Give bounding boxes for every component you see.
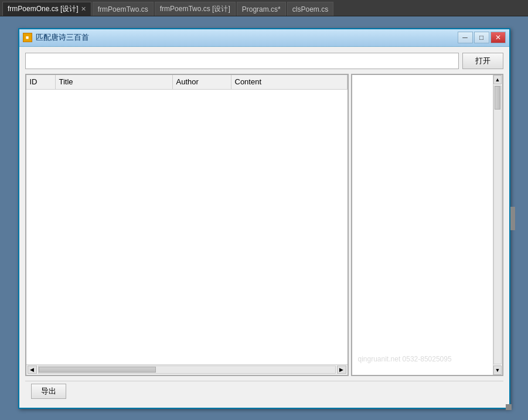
- form-title: 匹配唐诗三百首: [36, 32, 458, 43]
- title-bar: ■ 匹配唐诗三百首 ─ □ ✕: [19, 29, 509, 47]
- maximize-icon: □: [479, 33, 483, 42]
- right-panel-textbox[interactable]: qingruanit.net 0532-85025095 ▲ ▼: [351, 74, 503, 376]
- hscroll-left-button[interactable]: ◀: [28, 366, 37, 374]
- minimize-icon: ─: [462, 33, 468, 42]
- minimize-button[interactable]: ─: [458, 32, 473, 43]
- watermark-text: qingruanit.net 0532-85025095: [358, 355, 452, 363]
- col-title: Title: [56, 75, 173, 89]
- form-icon: ■: [23, 33, 32, 42]
- tab-cls-poem-cs[interactable]: clsPoem.cs: [287, 2, 333, 16]
- ide-tab-bar: frmPoemOne.cs [设计] ✕ frmPoemTwo.cs frmPo…: [0, 0, 528, 16]
- maximize-button[interactable]: □: [474, 32, 489, 43]
- datagrid[interactable]: ID Title Author Content: [25, 74, 349, 376]
- resize-handle[interactable]: [506, 404, 512, 410]
- datagrid-body: [26, 90, 348, 364]
- vscroll-down-button[interactable]: ▼: [493, 366, 502, 375]
- close-button[interactable]: ✕: [490, 32, 506, 43]
- tab-label: frmPoemTwo.cs [设计]: [160, 4, 230, 14]
- hscroll-thumb[interactable]: [39, 367, 156, 373]
- vscroll-thumb[interactable]: [495, 86, 500, 110]
- col-content: Content: [231, 75, 348, 89]
- search-row: 打开: [25, 53, 503, 69]
- tab-program-cs[interactable]: Program.cs*: [237, 2, 286, 16]
- datagrid-hscrollbar[interactable]: ◀ ▶: [26, 364, 348, 375]
- vscroll-track[interactable]: [493, 86, 502, 364]
- col-author: Author: [173, 75, 231, 89]
- tab-frm-poem-one-design[interactable]: frmPoemOne.cs [设计] ✕: [2, 2, 91, 16]
- col-id: ID: [26, 75, 56, 89]
- tab-label: Program.cs*: [242, 5, 281, 13]
- tab-label: frmPoemOne.cs [设计]: [8, 4, 79, 14]
- tab-close-icon[interactable]: ✕: [81, 5, 86, 13]
- search-input[interactable]: [25, 53, 459, 69]
- tab-label: clsPoem.cs: [292, 5, 328, 13]
- form-body: 打开 ID Title Author: [19, 47, 509, 408]
- hscroll-right-button[interactable]: ▶: [337, 366, 346, 374]
- design-area: ■ 匹配唐诗三百首 ─ □ ✕ 打开: [0, 16, 528, 420]
- outer-vscroll-handle[interactable]: [510, 207, 515, 230]
- right-panel-vscrollbar[interactable]: ▲ ▼: [493, 75, 502, 375]
- close-icon: ✕: [495, 33, 501, 42]
- bottom-bar: 导出: [25, 381, 503, 402]
- windows-form: ■ 匹配唐诗三百首 ─ □ ✕ 打开: [18, 28, 510, 409]
- content-area: ID Title Author Content: [25, 74, 503, 376]
- vscroll-up-button[interactable]: ▲: [493, 75, 502, 84]
- tab-frm-poem-two-design[interactable]: frmPoemTwo.cs [设计]: [155, 2, 236, 16]
- tab-frm-poem-two[interactable]: frmPoemTwo.cs: [93, 2, 154, 16]
- hscroll-track[interactable]: [38, 366, 336, 374]
- title-buttons: ─ □ ✕: [458, 32, 506, 43]
- tab-label: frmPoemTwo.cs: [98, 5, 148, 13]
- open-button[interactable]: 打开: [462, 53, 503, 69]
- datagrid-header: ID Title Author Content: [26, 75, 348, 90]
- export-button[interactable]: 导出: [31, 384, 66, 399]
